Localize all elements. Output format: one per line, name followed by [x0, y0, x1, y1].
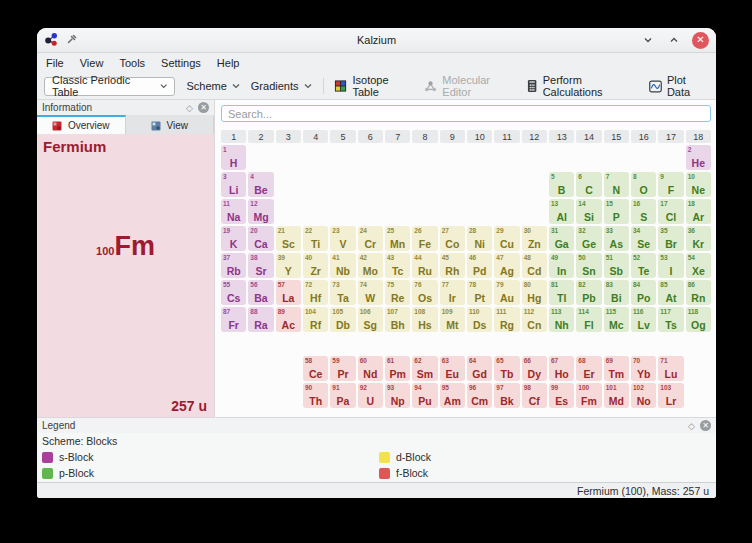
element-cell-ir[interactable]: 77Ir	[440, 280, 465, 305]
float-panel-icon[interactable]: ◇	[186, 103, 193, 113]
table-type-select[interactable]: Classic Periodic Table	[44, 77, 175, 96]
element-cell-hs[interactable]: 108Hs	[412, 307, 437, 332]
element-cell-at[interactable]: 85At	[658, 280, 683, 305]
element-cell-ho[interactable]: 67Ho	[549, 356, 574, 381]
element-cell-lv[interactable]: 116Lv	[631, 307, 656, 332]
element-cell-kr[interactable]: 36Kr	[686, 226, 711, 251]
element-cell-h[interactable]: 1H	[221, 145, 246, 170]
element-cell-mg[interactable]: 12Mg	[248, 199, 273, 224]
element-cell-ra[interactable]: 88Ra	[248, 307, 273, 332]
element-cell-rg[interactable]: 111Rg	[494, 307, 519, 332]
element-cell-ti[interactable]: 22Ti	[303, 226, 328, 251]
element-cell-al[interactable]: 13Al	[549, 199, 574, 224]
element-cell-tc[interactable]: 43Tc	[385, 253, 410, 278]
element-cell-re[interactable]: 75Re	[385, 280, 410, 305]
menu-file[interactable]: File	[46, 57, 64, 69]
element-cell-cn[interactable]: 112Cn	[522, 307, 547, 332]
element-cell-nh[interactable]: 113Nh	[549, 307, 574, 332]
element-cell-in[interactable]: 49In	[549, 253, 574, 278]
element-cell-k[interactable]: 19K	[221, 226, 246, 251]
element-cell-v[interactable]: 23V	[330, 226, 355, 251]
element-cell-sn[interactable]: 50Sn	[576, 253, 601, 278]
element-cell-co[interactable]: 27Co	[440, 226, 465, 251]
element-cell-nd[interactable]: 60Nd	[358, 356, 383, 381]
element-cell-ga[interactable]: 31Ga	[549, 226, 574, 251]
pin-icon[interactable]	[66, 33, 78, 47]
element-cell-i[interactable]: 53I	[658, 253, 683, 278]
element-cell-sg[interactable]: 106Sg	[358, 307, 383, 332]
element-cell-rf[interactable]: 104Rf	[303, 307, 328, 332]
element-cell-rn[interactable]: 86Rn	[686, 280, 711, 305]
element-cell-he[interactable]: 2He	[686, 145, 711, 170]
close-panel-icon[interactable]: ✕	[198, 102, 209, 113]
element-cell-si[interactable]: 14Si	[576, 199, 601, 224]
element-cell-y[interactable]: 39Y	[276, 253, 301, 278]
element-cell-ru[interactable]: 44Ru	[412, 253, 437, 278]
element-cell-tb[interactable]: 65Tb	[494, 356, 519, 381]
element-cell-cd[interactable]: 48Cd	[522, 253, 547, 278]
element-cell-tl[interactable]: 81Tl	[549, 280, 574, 305]
element-cell-ta[interactable]: 73Ta	[330, 280, 355, 305]
element-cell-sc[interactable]: 21Sc	[276, 226, 301, 251]
element-cell-sr[interactable]: 38Sr	[248, 253, 273, 278]
element-cell-hg[interactable]: 80Hg	[522, 280, 547, 305]
menu-settings[interactable]: Settings	[161, 57, 201, 69]
element-overview[interactable]: Fermium 100Fm 257 u	[37, 134, 214, 417]
element-cell-cr[interactable]: 24Cr	[358, 226, 383, 251]
element-cell-ar[interactable]: 18Ar	[686, 199, 711, 224]
element-cell-cm[interactable]: 96Cm	[467, 383, 492, 408]
element-cell-ds[interactable]: 110Ds	[467, 307, 492, 332]
tab-overview[interactable]: Overview	[37, 115, 126, 134]
element-cell-lu[interactable]: 71Lu	[658, 356, 683, 381]
element-cell-cl[interactable]: 17Cl	[658, 199, 683, 224]
element-cell-db[interactable]: 105Db	[330, 307, 355, 332]
element-cell-ge[interactable]: 32Ge	[576, 226, 601, 251]
scheme-dropdown[interactable]: Scheme	[186, 80, 239, 92]
element-cell-rb[interactable]: 37Rb	[221, 253, 246, 278]
element-cell-o[interactable]: 8O	[631, 172, 656, 197]
element-cell-lr[interactable]: 103Lr	[658, 383, 683, 408]
element-cell-p[interactable]: 15P	[604, 199, 629, 224]
element-cell-sm[interactable]: 62Sm	[412, 356, 437, 381]
element-cell-pd[interactable]: 46Pd	[467, 253, 492, 278]
element-cell-ne[interactable]: 10Ne	[686, 172, 711, 197]
element-cell-es[interactable]: 99Es	[549, 383, 574, 408]
perform-calculations-button[interactable]: Perform Calculations	[527, 74, 637, 98]
element-cell-mo[interactable]: 42Mo	[358, 253, 383, 278]
element-cell-ts[interactable]: 117Ts	[658, 307, 683, 332]
element-cell-yb[interactable]: 70Yb	[631, 356, 656, 381]
element-cell-na[interactable]: 11Na	[221, 199, 246, 224]
element-cell-xe[interactable]: 54Xe	[686, 253, 711, 278]
element-cell-cu[interactable]: 29Cu	[494, 226, 519, 251]
element-cell-dy[interactable]: 66Dy	[522, 356, 547, 381]
menu-view[interactable]: View	[80, 57, 104, 69]
element-cell-s[interactable]: 16S	[631, 199, 656, 224]
element-cell-nb[interactable]: 41Nb	[330, 253, 355, 278]
element-cell-po[interactable]: 84Po	[631, 280, 656, 305]
menu-tools[interactable]: Tools	[119, 57, 145, 69]
element-cell-no[interactable]: 102No	[631, 383, 656, 408]
minimize-icon[interactable]	[640, 32, 656, 48]
element-cell-th[interactable]: 90Th	[303, 383, 328, 408]
tab-view[interactable]: View	[126, 115, 215, 134]
element-cell-tm[interactable]: 69Tm	[604, 356, 629, 381]
plot-data-button[interactable]: Plot Data	[649, 74, 709, 98]
element-cell-ba[interactable]: 56Ba	[248, 280, 273, 305]
element-cell-cs[interactable]: 55Cs	[221, 280, 246, 305]
element-cell-au[interactable]: 79Au	[494, 280, 519, 305]
element-cell-bh[interactable]: 107Bh	[385, 307, 410, 332]
element-cell-gd[interactable]: 64Gd	[467, 356, 492, 381]
element-cell-cf[interactable]: 98Cf	[522, 383, 547, 408]
element-cell-er[interactable]: 68Er	[576, 356, 601, 381]
element-cell-ag[interactable]: 47Ag	[494, 253, 519, 278]
element-cell-am[interactable]: 95Am	[440, 383, 465, 408]
search-input[interactable]	[221, 105, 711, 122]
element-cell-hf[interactable]: 72Hf	[303, 280, 328, 305]
element-cell-fe[interactable]: 26Fe	[412, 226, 437, 251]
element-cell-te[interactable]: 52Te	[631, 253, 656, 278]
element-cell-b[interactable]: 5B	[549, 172, 574, 197]
element-cell-pa[interactable]: 91Pa	[330, 383, 355, 408]
element-cell-se[interactable]: 34Se	[631, 226, 656, 251]
element-cell-mt[interactable]: 109Mt	[440, 307, 465, 332]
element-cell-br[interactable]: 35Br	[658, 226, 683, 251]
